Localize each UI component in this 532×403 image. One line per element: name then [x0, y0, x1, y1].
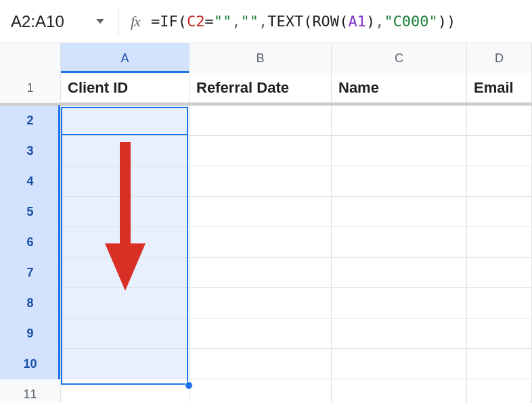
cell-C5[interactable] — [332, 197, 467, 227]
table-row: 6 — [0, 227, 532, 258]
formula-token: ( — [339, 13, 348, 30]
formula-token: , — [375, 13, 384, 30]
row-header-1[interactable]: 1 — [0, 73, 61, 103]
table-row: 11 — [0, 379, 532, 403]
column-header-row: ABCD — [0, 43, 532, 73]
cell-C8[interactable] — [332, 288, 467, 318]
cell-C3[interactable] — [332, 136, 467, 166]
cell-A5[interactable] — [61, 197, 190, 227]
formula-token: "" — [240, 13, 259, 30]
cell-D4[interactable] — [467, 166, 532, 196]
cell-C2[interactable] — [332, 105, 467, 135]
cell-A6[interactable] — [61, 227, 190, 257]
cell-B10[interactable] — [190, 349, 332, 379]
cell-C6[interactable] — [332, 227, 467, 257]
row-header-11[interactable]: 11 — [0, 379, 61, 403]
data-rows: 234567891011 — [0, 105, 532, 403]
column-header-A[interactable]: A — [61, 43, 190, 73]
cell-A9[interactable] — [61, 318, 190, 348]
vertical-divider — [118, 8, 118, 35]
formula-token: ) — [447, 13, 456, 30]
table-row: 5 — [0, 197, 532, 227]
formula-token: = — [151, 13, 160, 30]
cell-D7[interactable] — [467, 258, 532, 287]
cell-C10[interactable] — [332, 349, 467, 379]
header-cell[interactable]: Client ID — [61, 73, 190, 102]
table-row: 8 — [0, 288, 532, 318]
cell-A10[interactable] — [61, 349, 190, 379]
cell-A4[interactable] — [61, 166, 190, 196]
row-header-10[interactable]: 10 — [0, 349, 61, 379]
column-header-C[interactable]: C — [332, 43, 467, 73]
cell-C4[interactable] — [332, 166, 467, 196]
cell-C9[interactable] — [332, 318, 467, 348]
spreadsheet-grid[interactable]: ABCD 1 Client IDReferral DateNameEmail 2… — [0, 43, 532, 403]
cell-C11[interactable] — [332, 379, 467, 403]
formula-token: ) — [438, 13, 447, 30]
table-row: 2 — [0, 105, 532, 136]
header-cell[interactable]: Name — [332, 73, 467, 102]
formula-token: "C000" — [384, 13, 437, 30]
cell-B5[interactable] — [190, 197, 332, 227]
cell-B7[interactable] — [190, 258, 332, 287]
cell-B6[interactable] — [190, 227, 332, 257]
cell-D11[interactable] — [467, 379, 532, 403]
formula-token: A1 — [348, 13, 366, 30]
cell-D2[interactable] — [467, 105, 532, 135]
cell-B8[interactable] — [190, 288, 332, 318]
formula-token: "" — [214, 13, 232, 30]
row-header-6[interactable]: 6 — [0, 227, 61, 258]
formula-token: TEXT — [267, 13, 303, 30]
select-all-corner[interactable] — [0, 43, 61, 73]
cell-D5[interactable] — [467, 197, 532, 227]
cell-A8[interactable] — [61, 288, 190, 318]
cell-A3[interactable] — [61, 136, 190, 166]
name-box[interactable]: A2:A10 — [7, 8, 108, 35]
row-header-7[interactable]: 7 — [0, 258, 61, 288]
formula-token: ROW — [312, 13, 339, 30]
name-box-dropdown-icon[interactable] — [96, 19, 104, 24]
row-header-4[interactable]: 4 — [0, 166, 61, 197]
formula-token: ( — [303, 13, 312, 30]
table-row: 4 — [0, 166, 532, 197]
formula-token: = — [204, 13, 213, 30]
cell-A7[interactable] — [61, 258, 190, 287]
cell-D3[interactable] — [467, 136, 532, 166]
cell-D9[interactable] — [467, 318, 532, 348]
cell-B3[interactable] — [190, 136, 332, 166]
row-header-3[interactable]: 3 — [0, 136, 61, 166]
cell-D10[interactable] — [467, 349, 532, 379]
table-row: 3 — [0, 136, 532, 166]
cell-A2[interactable] — [61, 105, 190, 135]
column-header-B[interactable]: B — [190, 43, 332, 73]
header-cell[interactable]: Referral Date — [190, 73, 332, 102]
name-box-value: A2:A10 — [11, 12, 91, 31]
cell-C7[interactable] — [332, 258, 467, 287]
formula-token: , — [231, 13, 240, 30]
column-header-D[interactable]: D — [467, 43, 532, 73]
cell-B9[interactable] — [190, 318, 332, 348]
formula-token: IF — [160, 13, 178, 30]
cell-D6[interactable] — [467, 227, 532, 257]
cell-B2[interactable] — [190, 105, 332, 135]
row-header-9[interactable]: 9 — [0, 318, 61, 349]
formula-bar: A2:A10 fx =IF(C2="","",TEXT(ROW(A1),"C00… — [0, 0, 532, 43]
fill-handle[interactable] — [185, 381, 193, 389]
table-row: 7 — [0, 258, 532, 288]
formula-input[interactable]: =IF(C2="","",TEXT(ROW(A1),"C000")) — [151, 13, 456, 30]
table-row: 9 — [0, 318, 532, 349]
row-header-5[interactable]: 5 — [0, 197, 61, 227]
row-number: 1 — [26, 81, 33, 95]
cell-A11[interactable] — [61, 379, 190, 403]
formula-token: C2 — [187, 13, 205, 30]
row-header-8[interactable]: 8 — [0, 288, 61, 318]
header-cell[interactable]: Email — [467, 73, 532, 102]
fx-icon: fx — [131, 13, 140, 30]
row-header-2[interactable]: 2 — [0, 105, 61, 136]
cell-B4[interactable] — [190, 166, 332, 196]
cell-D8[interactable] — [467, 288, 532, 318]
header-row: 1 Client IDReferral DateNameEmail — [0, 73, 532, 103]
formula-token: ( — [178, 13, 187, 30]
cell-B11[interactable] — [190, 379, 332, 403]
formula-token: , — [259, 13, 267, 30]
